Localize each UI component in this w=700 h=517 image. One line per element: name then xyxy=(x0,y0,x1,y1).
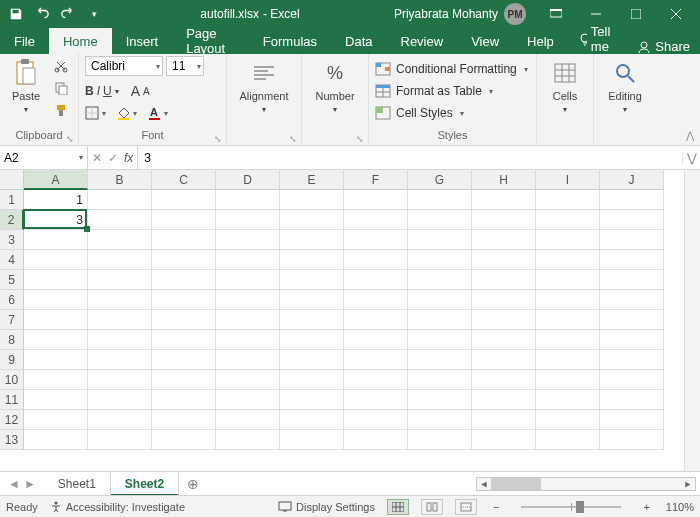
row-header[interactable]: 6 xyxy=(0,290,24,310)
cell[interactable] xyxy=(600,290,664,310)
cell[interactable] xyxy=(600,190,664,210)
cell[interactable] xyxy=(536,390,600,410)
cell[interactable] xyxy=(536,290,600,310)
number-button[interactable]: % Number▾ xyxy=(308,56,362,115)
cell[interactable] xyxy=(152,370,216,390)
column-header[interactable]: E xyxy=(280,170,344,190)
cell[interactable] xyxy=(152,290,216,310)
cell[interactable] xyxy=(88,430,152,450)
cell[interactable] xyxy=(408,210,472,230)
cell[interactable] xyxy=(88,370,152,390)
cell[interactable] xyxy=(24,430,88,450)
row-header[interactable]: 12 xyxy=(0,410,24,430)
cell[interactable] xyxy=(152,210,216,230)
cell[interactable] xyxy=(216,330,280,350)
cell[interactable] xyxy=(280,210,344,230)
cell[interactable] xyxy=(536,210,600,230)
cell[interactable] xyxy=(216,190,280,210)
column-header[interactable]: J xyxy=(600,170,664,190)
cell[interactable] xyxy=(24,230,88,250)
zoom-level[interactable]: 110% xyxy=(666,501,694,513)
cell[interactable] xyxy=(408,390,472,410)
format-painter-button[interactable] xyxy=(50,100,72,120)
cell[interactable] xyxy=(600,250,664,270)
cell[interactable] xyxy=(24,290,88,310)
cell[interactable] xyxy=(536,350,600,370)
font-color-button[interactable]: A xyxy=(147,106,161,120)
cancel-formula-icon[interactable]: ✕ xyxy=(92,151,102,165)
cell[interactable] xyxy=(472,290,536,310)
cell[interactable]: 3 xyxy=(24,210,88,230)
format-as-table-button[interactable]: Format as Table ▾ xyxy=(375,82,530,100)
cell[interactable] xyxy=(408,370,472,390)
cell[interactable] xyxy=(344,250,408,270)
cell[interactable] xyxy=(280,290,344,310)
cell[interactable] xyxy=(152,350,216,370)
select-all-corner[interactable] xyxy=(0,170,24,190)
column-header[interactable]: H xyxy=(472,170,536,190)
cell[interactable] xyxy=(536,270,600,290)
cell[interactable] xyxy=(600,390,664,410)
grow-font-button[interactable]: A xyxy=(131,83,140,99)
alignment-button[interactable]: Alignment▾ xyxy=(233,56,295,115)
cell[interactable] xyxy=(472,390,536,410)
sheet-tab[interactable]: Sheet1 xyxy=(44,472,111,496)
cell[interactable] xyxy=(88,290,152,310)
cell[interactable] xyxy=(472,350,536,370)
shrink-font-button[interactable]: A xyxy=(143,86,150,97)
cell[interactable] xyxy=(472,410,536,430)
underline-dropdown-icon[interactable]: ▾ xyxy=(115,87,119,96)
row-header[interactable]: 8 xyxy=(0,330,24,350)
tab-view[interactable]: View xyxy=(457,28,513,54)
cell[interactable] xyxy=(600,330,664,350)
display-settings-button[interactable]: Display Settings xyxy=(278,501,375,513)
cell[interactable] xyxy=(280,230,344,250)
cells-button[interactable]: Cells▾ xyxy=(543,56,587,115)
cell[interactable] xyxy=(600,270,664,290)
tell-me-button[interactable]: Tell me xyxy=(568,24,627,54)
collapse-ribbon-icon[interactable]: ⋀ xyxy=(686,130,694,141)
cell[interactable] xyxy=(152,190,216,210)
borders-dropdown-icon[interactable]: ▾ xyxy=(102,109,106,118)
cell[interactable] xyxy=(472,270,536,290)
vertical-scrollbar[interactable] xyxy=(684,170,700,471)
row-header[interactable]: 9 xyxy=(0,350,24,370)
cell[interactable] xyxy=(536,190,600,210)
cell-styles-button[interactable]: Cell Styles ▾ xyxy=(375,104,530,122)
tab-review[interactable]: Review xyxy=(387,28,458,54)
cell[interactable] xyxy=(472,230,536,250)
zoom-in-button[interactable]: + xyxy=(639,501,653,513)
cell[interactable] xyxy=(152,390,216,410)
cell[interactable] xyxy=(216,270,280,290)
fill-color-button[interactable] xyxy=(116,106,130,120)
cell[interactable] xyxy=(344,230,408,250)
cell[interactable] xyxy=(536,250,600,270)
name-box-dropdown-icon[interactable]: ▾ xyxy=(79,153,83,162)
cell[interactable] xyxy=(24,370,88,390)
tab-data[interactable]: Data xyxy=(331,28,386,54)
zoom-slider[interactable] xyxy=(521,506,621,508)
cell[interactable] xyxy=(600,370,664,390)
share-button[interactable]: Share xyxy=(627,39,700,54)
cell[interactable] xyxy=(408,310,472,330)
cell[interactable] xyxy=(152,230,216,250)
row-header[interactable]: 1 xyxy=(0,190,24,210)
editing-button[interactable]: Editing▾ xyxy=(600,56,650,115)
cell[interactable] xyxy=(344,310,408,330)
cell[interactable] xyxy=(408,290,472,310)
cell[interactable] xyxy=(344,410,408,430)
cell[interactable] xyxy=(88,310,152,330)
bold-button[interactable]: B xyxy=(85,84,94,98)
cell[interactable] xyxy=(24,350,88,370)
cell[interactable] xyxy=(344,330,408,350)
cell[interactable] xyxy=(280,250,344,270)
cell[interactable] xyxy=(88,210,152,230)
row-header[interactable]: 5 xyxy=(0,270,24,290)
cell[interactable] xyxy=(472,190,536,210)
cell[interactable] xyxy=(472,430,536,450)
row-header[interactable]: 2 xyxy=(0,210,24,230)
page-layout-view-button[interactable] xyxy=(421,499,443,515)
cell[interactable] xyxy=(88,230,152,250)
row-header[interactable]: 11 xyxy=(0,390,24,410)
redo-icon[interactable] xyxy=(56,2,80,26)
